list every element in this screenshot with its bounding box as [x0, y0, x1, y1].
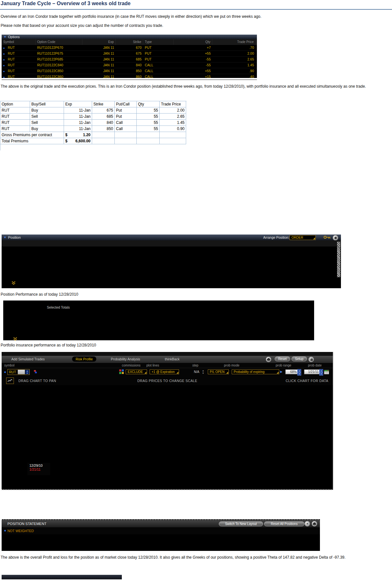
symbol-input[interactable]: RUT ▲▼ [7, 369, 30, 375]
sheet-cell: 11-Jan [64, 126, 92, 132]
row-marker-icon [2, 68, 6, 74]
currency-symbol: $ [65, 138, 68, 144]
prob-range-spinner[interactable]: ▲▼ [297, 369, 301, 376]
key-icon[interactable] [323, 235, 331, 240]
prob-date-spinner[interactable]: ▲▼ [319, 369, 323, 376]
options-table-row[interactable]: RUTRUT110122P670JAN 11670PUT+7.70 [2, 45, 257, 51]
performance-caption: Position Performance as of today 12/28/2… [1, 292, 78, 297]
chevron-glyph: ▼ [306, 522, 309, 525]
options-cell: CALL [143, 74, 174, 80]
sheet-cell [115, 138, 137, 144]
options-cell: RUT [6, 57, 36, 62]
hint-pan: DRAG CHART TO PAN [18, 379, 56, 383]
prob-range-input[interactable]: 68% [285, 369, 298, 374]
options-table-row[interactable]: RUTRUT110122C840JAN 11840CALL-551.45 [2, 62, 257, 68]
commissions-label: commissions [122, 364, 141, 367]
symbol-swatch [18, 370, 25, 374]
sheet-cell: 850 [92, 126, 115, 132]
arrange-position-dropdown[interactable]: ORDER [290, 235, 316, 240]
prob-expander-icon[interactable]: ▶ [280, 370, 282, 373]
plot-lines-dropdown[interactable]: +1 @ Expiration [150, 369, 179, 374]
tab-add-simulated-trades[interactable]: Add Simulated Trades [11, 357, 45, 361]
options-cell: 675 [116, 51, 143, 56]
options-cell: 860 [116, 74, 143, 80]
commissions-grid-icon[interactable] [119, 369, 124, 376]
options-cell: 1.45 [212, 62, 256, 68]
options-cell: PUT [143, 45, 174, 50]
symbol-flag-icon[interactable] [34, 369, 37, 375]
chart-mode-icon[interactable] [6, 378, 14, 384]
symbol-dropdown-arrows[interactable]: ▲▼ [25, 370, 29, 374]
prob-date-input[interactable]: 1/21/11 [304, 369, 320, 374]
t​ab-probability-analysis[interactable]: Probability Analysis [111, 357, 140, 361]
panel-menu-button[interactable] [333, 235, 338, 241]
tab-risk-profile[interactable]: Risk Profile [72, 356, 96, 362]
amount-value: 1.20 [83, 132, 90, 138]
scrollbar[interactable] [337, 242, 340, 277]
sheet-cell [92, 138, 115, 144]
copy-layout-icon[interactable] [308, 356, 314, 362]
options-cell: 840 [116, 62, 143, 68]
legend-current-date: 12/29/10 [29, 464, 48, 467]
sheet-cell: RUT [0, 126, 30, 132]
insurance-caption: Portfolio insurance performance as of to… [1, 343, 96, 347]
setup-button[interactable]: Setup [291, 356, 307, 361]
risk-profile-panel: Add Simulated Trades Risk Profile Probab… [2, 352, 334, 490]
options-header-row: SymbolOption CodeExpStrikeTypeQtyTrade P… [2, 39, 257, 45]
sheet-cell: RUT [0, 120, 30, 126]
collapse-triangle-icon[interactable]: ▼ [4, 35, 6, 38]
options-table-row[interactable]: RUTRUT110122P685JAN 11685PUT-552.65 [2, 57, 257, 62]
risk-chart[interactable]: 12/29/10 1/21/11 [2, 385, 333, 489]
sheet-cell: Call [115, 120, 137, 126]
options-panel-titlebar[interactable]: ▼ Options [2, 35, 257, 39]
options-cell: PUT [143, 57, 174, 62]
position-panel-titlebar[interactable]: ▼ Position Arrange Position: ORDER [2, 235, 341, 240]
calendar-icon[interactable] [324, 369, 329, 376]
tab-thinkback[interactable]: thinkBack [165, 357, 180, 361]
sheet-cell: 55 [137, 126, 160, 132]
scroll-more-bar[interactable] [3, 336, 314, 341]
sheet-label-cell: Gross Premiums per contract [0, 132, 64, 138]
position-performance-panel: Selected Totals [3, 301, 314, 340]
reset-positions-button[interactable]: Reset All Positions [264, 521, 304, 526]
sheet-cell: Call [115, 126, 137, 132]
switch-layout-button[interactable]: Switch To New Layout [219, 521, 263, 526]
print-icon[interactable] [312, 521, 317, 527]
options-table-row[interactable]: RUTRUT110122C860JAN 11860CALL+15.40 [2, 74, 257, 80]
sheet-row[interactable]: Total Premiums$6,600.00 [0, 138, 186, 144]
prob-mode-dropdown[interactable]: Probability of expiring [232, 369, 279, 374]
pl-mode-dropdown[interactable]: P/L OPEN [208, 369, 229, 374]
print-icon[interactable] [266, 356, 271, 362]
sheet-row[interactable] [0, 144, 186, 150]
sheet-row[interactable]: Gross Premiums per contract$1.20 [0, 132, 186, 138]
options-table-row[interactable]: RUTRUT110122P675JAN 11675PUT+552.00 [2, 51, 257, 57]
sheet-cell [160, 138, 186, 144]
reset-button[interactable]: Reset [275, 356, 290, 361]
step-spinner[interactable]: ▲▼ [202, 369, 204, 375]
symbol-value: RUT [8, 370, 17, 374]
options-cell: RUT [6, 74, 36, 80]
intro-paragraph-2: Please note that based on your account s… [1, 22, 390, 29]
options-table-row[interactable]: RUTRUT110122C850JAN 11850CALL+55.90 [2, 68, 257, 74]
options-cell: 2.00 [212, 51, 256, 56]
sheet-column-header: Strike [92, 101, 115, 107]
sheet-row[interactable]: RUTBuy11-Jan675Put552.00 [0, 107, 186, 114]
collapse-triangle-icon[interactable]: ▼ [4, 236, 6, 239]
sheet-cell [115, 132, 137, 138]
sheet-cell: 1.45 [160, 120, 186, 126]
risk-chart-plot[interactable] [24, 386, 331, 481]
commissions-dropdown[interactable]: EXCLUDE [126, 369, 147, 374]
controls-row: RUT ▲▼ EXCLUDE +1 @ Expiration N/A ▲▼ P/… [2, 368, 333, 377]
selected-totals-row[interactable]: Selected Totals [3, 305, 314, 310]
sheet-row[interactable]: RUTSell11-Jan685Put552.65 [0, 114, 186, 120]
sheet-cell: 55 [137, 107, 160, 114]
options-cell: .90 [212, 68, 256, 74]
sheet-row[interactable]: RUTSell11-Jan840Call551.45 [0, 120, 186, 126]
panel-bottom-edge [2, 489, 333, 490]
sheet-row[interactable]: RUTBuy11-Jan850Call550.90 [0, 126, 186, 132]
chevron-down-icon[interactable]: ▼ [304, 521, 310, 527]
scroll-more-bar[interactable] [2, 280, 341, 285]
options-cell: .70 [212, 45, 256, 50]
partial-panel-bottom [2, 575, 122, 579]
position-panel-title: Position [8, 235, 21, 239]
